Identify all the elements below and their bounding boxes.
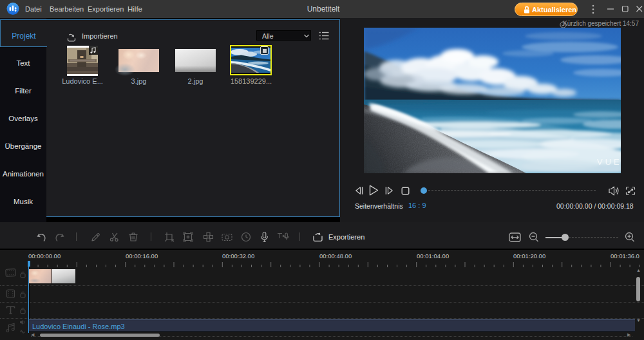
svg-text:VUE: VUE — [597, 157, 621, 167]
